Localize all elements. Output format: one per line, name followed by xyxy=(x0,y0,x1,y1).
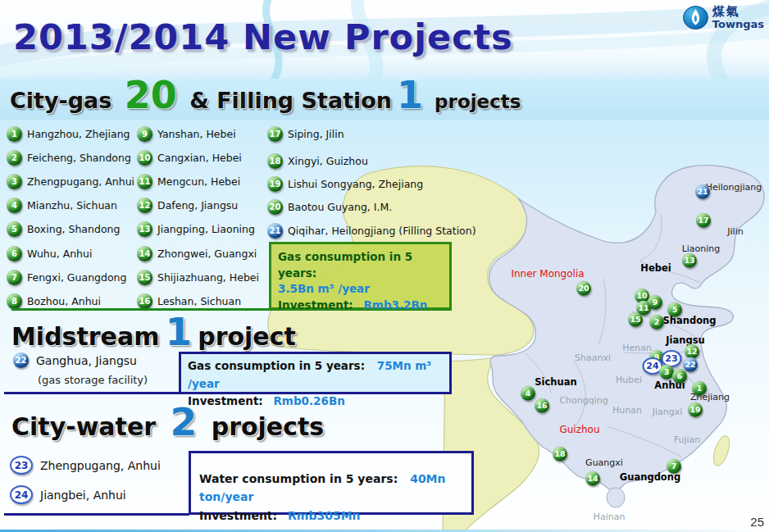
project-number-badge: 13 xyxy=(137,221,152,237)
project-list-item: 24Jiangbei, Anhui xyxy=(10,485,126,504)
city-water-heading-suffix: projects xyxy=(202,412,324,441)
project-number-badge: 13 xyxy=(682,252,697,267)
map-taiwan-island xyxy=(711,434,733,467)
gas-consumption-box: Gas consumption in 5 years: 3.5Bn m³ /ye… xyxy=(269,242,452,310)
project-list-item: 23Zhengpugang, Anhui xyxy=(10,456,161,475)
project-label: Xingyi, Guizhou xyxy=(288,155,368,167)
page-number: 25 xyxy=(750,515,764,529)
logo-chinese-text: 煤氣 xyxy=(712,6,764,19)
city-gas-heading-suffix: projects xyxy=(428,91,521,112)
project-number-badge: 5 xyxy=(7,221,22,237)
midstream-count: 1 xyxy=(165,315,192,349)
project-number-badge: 2 xyxy=(649,314,664,329)
project-number-badge: 16 xyxy=(137,293,152,309)
map-project-marker: 1 xyxy=(692,379,707,396)
project-number-badge: 20 xyxy=(576,280,591,295)
midstream-investment-value: Rmb0.26Bn xyxy=(273,394,344,407)
midstream-divider-line xyxy=(4,392,180,394)
city-gas-heading-prefix: City-gas xyxy=(10,88,120,113)
midstream-investment-label: Investment: xyxy=(188,394,263,407)
project-label: Boxing, Shandong xyxy=(27,223,120,235)
water-investment-label: Investment: xyxy=(199,509,277,522)
map-project-marker: 6 xyxy=(672,366,687,384)
map-province-label: Guizhou xyxy=(559,424,599,435)
project-label: Dafeng, Jiangsu xyxy=(157,199,238,211)
midstream-project-sublabel: (gas storage facility) xyxy=(38,374,148,386)
project-list-item: 17Siping, Jilin xyxy=(267,125,344,143)
project-number-badge: 19 xyxy=(688,402,703,416)
map-province-label: Hubei xyxy=(616,375,642,385)
project-number-badge: 11 xyxy=(137,174,152,189)
project-label: Hangzhou, Zhejiang xyxy=(27,128,130,140)
project-label: Mengcun, Hebei xyxy=(157,175,240,188)
project-label: Bozhou, Anhui xyxy=(27,295,101,307)
map-project-marker: 18 xyxy=(553,444,567,462)
project-label: Leshan, Sichuan xyxy=(157,295,241,307)
project-number-badge: 15 xyxy=(137,270,152,285)
project-number-badge: 21 xyxy=(267,223,283,239)
project-list-item: 9Yanshan, Hebei xyxy=(137,125,236,143)
gas-consumption-value: 3.5Bn m³ /year xyxy=(278,281,443,298)
map-province-label: Jiangxi xyxy=(653,407,683,417)
project-label: Zhengpugang, Anhui xyxy=(40,459,161,472)
map-province-label: Hunan xyxy=(612,405,642,416)
project-number-badge: 7 xyxy=(667,458,681,473)
map-province-label: Hainan xyxy=(594,512,626,522)
gas-consumption-label: Gas consumption in 5 years: xyxy=(278,249,443,281)
project-number-badge: 5 xyxy=(667,302,682,316)
city-water-divider-line xyxy=(4,513,189,516)
project-number-badge: 4 xyxy=(7,198,22,213)
project-number-badge: 10 xyxy=(137,150,152,166)
map-project-marker: 15 xyxy=(628,310,643,327)
project-label: Siping, Jilin xyxy=(288,128,344,140)
water-investment-value: Rmb305Mn xyxy=(288,509,361,522)
project-list-item: 4Mianzhu, Sichuan xyxy=(7,197,117,215)
project-label: Zhongwei, Guangxi xyxy=(157,248,257,260)
project-label: Qiqihar, Heilongjiang (Filling Station) xyxy=(288,225,476,237)
project-number-badge: 2 xyxy=(7,150,22,166)
project-number-badge: 24 xyxy=(10,485,33,504)
midstream-heading: Midstream 1 project xyxy=(11,315,296,351)
midstream-consumption-box: Gas consumption in 5 years: 75Mn m³ /yea… xyxy=(179,352,452,394)
city-water-heading-prefix: City-water xyxy=(11,412,165,441)
project-number-badge: 1 xyxy=(7,126,22,142)
map-province-label: Guangxi xyxy=(585,457,623,468)
project-number-badge: 8 xyxy=(7,293,22,309)
project-number-badge: 1 xyxy=(692,380,707,395)
project-label: Shijiazhuang, Hebei xyxy=(157,271,259,284)
project-list-item: 3Zhengpugang, Anhui xyxy=(7,172,134,190)
map-project-marker: 17 xyxy=(696,211,711,228)
project-label: Zhengpugang, Anhui xyxy=(27,175,134,188)
filling-station-heading: & Filling Station xyxy=(182,88,392,113)
flame-icon xyxy=(683,5,708,30)
project-list-item: 18Xingyi, Guizhou xyxy=(267,152,368,170)
project-label: Fengxi, Guangdong xyxy=(27,271,126,284)
filling-station-count: 1 xyxy=(397,79,423,112)
project-list-item: 1Hangzhou, Zhejiang xyxy=(7,125,130,143)
project-number-badge: 4 xyxy=(521,385,535,400)
midstream-project-item: 22 Ganghua, Jiangsu xyxy=(13,352,137,368)
project-list-item: 7Fengxi, Guangdong xyxy=(7,268,126,286)
project-number-badge: 22 xyxy=(13,352,29,368)
project-label: Yanshan, Hebei xyxy=(157,128,236,140)
map-province-label: Henan xyxy=(622,343,652,353)
water-consumption-label: Water consumption in 5 years: xyxy=(199,472,398,485)
project-list-item: 6Wuhu, Anhui xyxy=(7,244,92,262)
map-project-marker: 7 xyxy=(667,457,681,474)
map-project-marker: 13 xyxy=(682,251,697,268)
map-province-label: Hebei xyxy=(640,262,671,274)
project-label: Feicheng, Shandong xyxy=(27,152,131,164)
project-number-badge: 21 xyxy=(695,184,710,198)
slide-2013-2014-new-projects: HeilongjiangJilinLiaoningHebeiShandongJi… xyxy=(0,0,769,532)
project-list-item: 20Baotou Guyang, I.M. xyxy=(267,198,392,216)
project-label: Mianzhu, Sichuan xyxy=(27,199,117,211)
map-project-marker: 5 xyxy=(667,300,682,317)
project-label: Lishui Songyang, Zhejiang xyxy=(288,178,423,190)
project-number-badge: 15 xyxy=(628,311,643,326)
project-number-badge: 19 xyxy=(267,176,283,192)
map-project-marker: 19 xyxy=(688,400,703,417)
project-list-item: 13Jiangping, Liaoning xyxy=(137,221,255,239)
project-list-item: 11Mengcun, Hebei xyxy=(137,172,240,190)
project-number-badge: 12 xyxy=(137,198,152,213)
project-number-badge: 20 xyxy=(267,199,283,215)
